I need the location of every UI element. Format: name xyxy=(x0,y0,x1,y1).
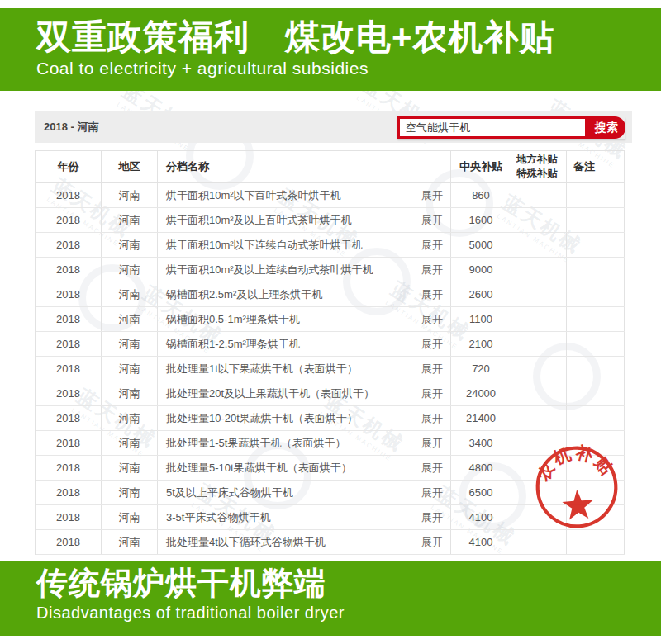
cell-local-subsidy xyxy=(511,208,567,232)
category-name: 烘干面积10m²及以上连续自动式茶叶烘干机 xyxy=(166,263,373,277)
cell-central-subsidy: 1100 xyxy=(451,307,511,331)
expand-link[interactable]: 展开 xyxy=(421,535,443,550)
table-row: 2018河南锅槽面积2.5m²及以上理条烘干机展开2600 xyxy=(36,282,625,307)
category-name: 烘干面积10m²及以上百叶式茶叶烘干机 xyxy=(166,213,352,228)
expand-link[interactable]: 展开 xyxy=(421,188,443,203)
search-input[interactable] xyxy=(397,116,587,139)
cell-category: 批处理量1t以下果蔬烘干机（表面烘干）展开 xyxy=(158,357,451,381)
cell-region: 河南 xyxy=(102,357,158,381)
cell-year: 2018 xyxy=(36,183,102,207)
cell-remark xyxy=(567,183,625,207)
cell-year: 2018 xyxy=(36,505,102,529)
category-name: 烘干面积10m²以下百叶式茶叶烘干机 xyxy=(166,188,341,203)
cell-region: 河南 xyxy=(102,481,158,504)
expand-link[interactable]: 展开 xyxy=(421,362,443,376)
table-row: 2018河南锅槽面积0.5-1m²理条烘干机展开1100 xyxy=(36,307,625,332)
cell-region: 河南 xyxy=(102,332,158,356)
header-category: 分档名称 xyxy=(158,151,451,182)
expand-link[interactable]: 展开 xyxy=(421,263,443,277)
cell-year: 2018 xyxy=(36,208,102,232)
expand-link[interactable]: 展开 xyxy=(421,213,443,228)
cell-category: 批处理量1-5t果蔬烘干机（表面烘干）展开 xyxy=(158,431,451,455)
page-title: 双重政策福利 煤改电+农机补贴 xyxy=(36,18,661,56)
top-banner: 双重政策福利 煤改电+农机补贴 Coal to electricity + ag… xyxy=(0,8,661,91)
header-year: 年份 xyxy=(36,151,102,182)
expand-link[interactable]: 展开 xyxy=(421,287,443,302)
cell-category: 3-5t平床式谷物烘干机展开 xyxy=(158,505,451,529)
table-row: 2018河南批处理量10-20t果蔬烘干机（表面烘干）展开21400 xyxy=(36,406,625,431)
header-central-subsidy: 中央补贴 xyxy=(451,151,511,182)
page-subtitle: Coal to electricity + agricultural subsi… xyxy=(36,59,661,78)
cell-remark xyxy=(567,307,625,331)
cell-year: 2018 xyxy=(36,406,102,430)
category-name: 批处理量4t以下循环式谷物烘干机 xyxy=(166,535,326,550)
category-name: 5t及以上平床式谷物烘干机 xyxy=(166,485,293,500)
cell-category: 批处理量4t以下循环式谷物烘干机展开 xyxy=(158,530,451,554)
category-name: 3-5t平床式谷物烘干机 xyxy=(166,510,270,525)
expand-link[interactable]: 展开 xyxy=(421,238,443,253)
cell-central-subsidy: 2600 xyxy=(451,282,511,306)
expand-link[interactable]: 展开 xyxy=(421,337,443,352)
expand-link[interactable]: 展开 xyxy=(421,386,443,401)
cell-region: 河南 xyxy=(102,406,158,430)
category-name: 锅槽面积2.5m²及以上理条烘干机 xyxy=(166,287,322,302)
page: 蓝天机械LANTIAN MACHINE 蓝天机械LANTIAN MACHINE … xyxy=(0,0,661,644)
header-local-line1: 地方补贴 xyxy=(516,153,558,167)
category-name: 锅槽面积0.5-1m²理条烘干机 xyxy=(166,312,300,327)
cell-central-subsidy: 6500 xyxy=(451,481,511,504)
cell-region: 河南 xyxy=(102,183,158,207)
cell-central-subsidy: 4800 xyxy=(451,456,511,480)
table-row: 2018河南批处理量1t以下果蔬烘干机（表面烘干）展开720 xyxy=(36,357,625,381)
cell-central-subsidy: 21400 xyxy=(451,406,511,430)
cell-year: 2018 xyxy=(36,357,102,381)
cell-local-subsidy xyxy=(511,357,567,381)
table-row: 2018河南批处理量4t以下循环式谷物烘干机展开4100 xyxy=(36,530,625,555)
cell-category: 烘干面积10m²以下百叶式茶叶烘干机展开 xyxy=(158,183,451,207)
expand-link[interactable]: 展开 xyxy=(421,485,443,500)
cell-local-subsidy xyxy=(511,332,567,356)
expand-link[interactable]: 展开 xyxy=(421,436,443,451)
cell-remark xyxy=(567,357,625,381)
cell-year: 2018 xyxy=(36,481,102,504)
cell-central-subsidy: 4100 xyxy=(451,505,511,529)
table-row: 2018河南批处理量20t及以上果蔬烘干机（表面烘干）展开24000 xyxy=(36,381,625,406)
category-name: 烘干面积10m²以下连续自动式茶叶烘干机 xyxy=(166,238,363,253)
cell-region: 河南 xyxy=(102,505,158,529)
search-box: 搜索 xyxy=(397,116,625,139)
cell-central-subsidy: 3400 xyxy=(451,431,511,455)
cell-region: 河南 xyxy=(102,282,158,306)
cell-year: 2018 xyxy=(36,381,102,405)
cell-remark xyxy=(567,332,625,356)
expand-link[interactable]: 展开 xyxy=(421,510,443,525)
cell-central-subsidy: 24000 xyxy=(451,381,511,405)
cell-category: 烘干面积10m²及以上百叶式茶叶烘干机展开 xyxy=(158,208,451,232)
cell-remark xyxy=(567,381,625,405)
table-row: 2018河南烘干面积10m²以下连续自动式茶叶烘干机展开5000 xyxy=(36,233,625,258)
category-name: 批处理量5-10t果蔬烘干机（表面烘干） xyxy=(166,461,352,476)
cell-local-subsidy xyxy=(511,530,567,554)
expand-link[interactable]: 展开 xyxy=(421,461,443,476)
toolbar: 2018 - 河南 搜索 xyxy=(35,111,632,143)
cell-region: 河南 xyxy=(102,456,158,480)
cell-category: 批处理量5-10t果蔬烘干机（表面烘干）展开 xyxy=(158,456,451,480)
cell-category: 锅槽面积0.5-1m²理条烘干机展开 xyxy=(158,307,451,331)
expand-link[interactable]: 展开 xyxy=(421,411,443,426)
cell-remark xyxy=(567,233,625,257)
cell-local-subsidy xyxy=(511,183,567,207)
cell-central-subsidy: 860 xyxy=(451,183,511,207)
subsidy-stamp: 农机补贴 xyxy=(530,441,622,533)
cell-year: 2018 xyxy=(36,530,102,554)
cell-year: 2018 xyxy=(36,456,102,480)
cell-year: 2018 xyxy=(36,258,102,282)
cell-remark xyxy=(567,208,625,232)
cell-remark xyxy=(567,258,625,282)
footer-title: 传统锅炉烘干机弊端 xyxy=(36,566,661,601)
footer-subtitle: Disadvantages of traditional boiler drye… xyxy=(36,604,661,623)
cell-year: 2018 xyxy=(36,307,102,331)
cell-region: 河南 xyxy=(102,307,158,331)
search-button[interactable]: 搜索 xyxy=(587,116,625,139)
expand-link[interactable]: 展开 xyxy=(421,312,443,327)
table-header-row: 年份 地区 分档名称 中央补贴 地方补贴 特殊补贴 备注 xyxy=(36,151,625,183)
cell-category: 锅槽面积2.5m²及以上理条烘干机展开 xyxy=(158,282,451,306)
table-row: 2018河南烘干面积10m²及以上百叶式茶叶烘干机展开1600 xyxy=(36,208,625,233)
